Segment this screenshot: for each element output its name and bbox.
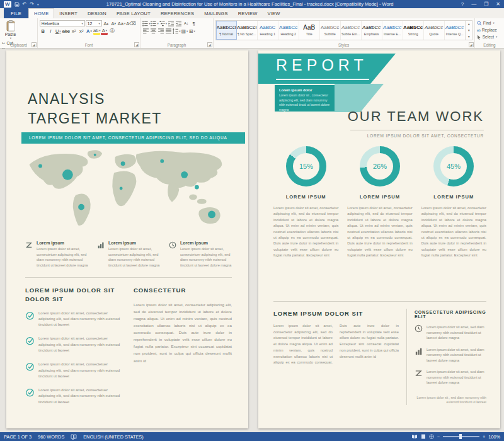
- style-intense-quote[interactable]: AaBbCcIntense Q...: [445, 21, 466, 40]
- decrease-indent-button[interactable]: [168, 20, 175, 27]
- styles-dialog-launcher[interactable]: ◢: [469, 42, 474, 47]
- align-center-button[interactable]: [150, 28, 157, 35]
- tab-page-layout[interactable]: PAGE LAYOUT: [112, 8, 156, 18]
- styles-scroll-down-button[interactable]: ▼: [466, 27, 472, 33]
- style-heading-1[interactable]: AaBbCHeading 1: [258, 21, 278, 40]
- analysis-title-line2: TARGET MARKET: [28, 109, 162, 129]
- text-highlight-button[interactable]: ab▾: [93, 28, 101, 35]
- consectetur-text: Lorem ipsum dolor sit amet, consectetur …: [134, 301, 232, 364]
- select-button[interactable]: Select▾: [477, 33, 502, 40]
- align-left-button[interactable]: [142, 28, 149, 35]
- help-button[interactable]: ?: [457, 1, 467, 7]
- borders-button[interactable]: ⊞▾: [188, 28, 195, 35]
- zoom-slider[interactable]: [443, 436, 479, 437]
- zoom-slider-knob[interactable]: [459, 434, 462, 439]
- minimize-button[interactable]: —: [467, 1, 480, 7]
- style-preview: AaBbCc: [341, 25, 360, 31]
- paste-button[interactable]: Paste ▾: [2, 20, 19, 40]
- read-mode-button[interactable]: [411, 434, 418, 439]
- strikethrough-button[interactable]: abc: [62, 28, 70, 35]
- save-button[interactable]: [14, 2, 20, 7]
- font-dialog-launcher[interactable]: ◢: [134, 42, 139, 47]
- qat-customize-button[interactable]: ▾: [37, 1, 39, 8]
- document-page-1[interactable]: ANALYSIS TARGET MARKET LOREM IPSUM DOLOR…: [6, 50, 248, 428]
- underline-button[interactable]: U▾: [55, 28, 62, 35]
- word-count[interactable]: 960 WORDS: [38, 434, 64, 440]
- proofing-check-icon[interactable]: [71, 434, 77, 440]
- check-circle-icon: [25, 362, 35, 371]
- show-formatting-button[interactable]: ¶: [190, 20, 197, 27]
- style-subtle-emphasis[interactable]: AaBbCcSubtle Em...: [341, 21, 362, 40]
- paragraph-group: ▾ ▾ ▾ A↓ ¶: [140, 18, 213, 48]
- style-strong[interactable]: AaBbCcStrong: [403, 21, 424, 40]
- clear-formatting-button[interactable]: A⌫: [126, 20, 136, 27]
- style-quote[interactable]: AaBbCcQuote: [424, 21, 445, 40]
- tab-design[interactable]: DESIGN: [83, 8, 112, 18]
- styles-scroll-up-button[interactable]: ▲: [466, 21, 472, 27]
- justify-button[interactable]: [165, 28, 172, 35]
- font-color-button[interactable]: A▾: [101, 28, 108, 35]
- styles-gallery-expand-button[interactable]: ▼: [466, 33, 472, 40]
- clipboard-dialog-launcher[interactable]: ◢: [32, 42, 37, 47]
- document-page-2[interactable]: REPORT Lorem ipsum dolor Lorem ipsum dol…: [258, 50, 500, 428]
- line-spacing-button[interactable]: ▾: [173, 28, 180, 35]
- print-layout-button[interactable]: [421, 434, 426, 439]
- multilevel-list-button[interactable]: ▾: [159, 20, 167, 27]
- tab-insert[interactable]: INSERT: [54, 8, 83, 18]
- style-emphasis[interactable]: AaBbCcEmphasis: [362, 21, 382, 40]
- tab-view[interactable]: VIEW: [262, 8, 285, 18]
- style-normal[interactable]: AaBbCcI¶ Normal: [216, 21, 237, 40]
- find-button[interactable]: Find▾: [477, 20, 502, 26]
- tab-mailings[interactable]: MAILINGS: [199, 8, 232, 18]
- web-layout-button[interactable]: [429, 434, 434, 439]
- page-indicator[interactable]: PAGE 1 OF 3: [4, 434, 32, 440]
- team-column: 26% LOREM IPSUM Lorem ipsum dolor sit am…: [347, 146, 412, 259]
- checklist-item: Lorem ipsum dolor sit amet, consectetuer…: [25, 336, 121, 353]
- align-right-button[interactable]: [158, 28, 164, 35]
- numbering-button[interactable]: ▾: [151, 20, 158, 27]
- style-title[interactable]: AaBTitle: [299, 21, 320, 40]
- zoom-in-button[interactable]: +: [483, 434, 485, 440]
- bullets-button[interactable]: ▾: [142, 20, 150, 27]
- style-heading-2[interactable]: AaBbCcHeading 2: [278, 21, 299, 40]
- grow-font-button[interactable]: A▴: [103, 20, 110, 27]
- stat-title: Lorem ipsum: [108, 241, 161, 245]
- italic-button[interactable]: I: [47, 28, 54, 35]
- redo-button[interactable]: ↷: [30, 1, 34, 8]
- language-indicator[interactable]: ENGLISH (UNITED STATES): [83, 434, 143, 440]
- increase-indent-button[interactable]: [175, 20, 182, 27]
- analysis-title: ANALYSIS TARGET MARKET: [28, 89, 162, 129]
- style-no-spacing[interactable]: AaBbCcI¶ No Spac...: [237, 21, 258, 40]
- paragraph-dialog-launcher[interactable]: ◢: [207, 42, 212, 47]
- text-effects-button[interactable]: A▾: [86, 28, 93, 35]
- report-title: REPORT: [276, 56, 368, 74]
- bold-button[interactable]: B: [40, 28, 47, 35]
- feature-text: Lorem ipsum dolor sit amet, sed diam non…: [427, 369, 486, 386]
- tab-home[interactable]: HOME: [28, 8, 54, 18]
- status-bar: PAGE 1 OF 3 960 WORDS ENGLISH (UNITED ST…: [0, 432, 504, 441]
- replace-button[interactable]: ab Replace: [477, 26, 502, 33]
- close-button[interactable]: ✕: [492, 1, 504, 7]
- superscript-button[interactable]: x2: [78, 28, 85, 35]
- change-case-button[interactable]: Aa▾: [118, 20, 125, 27]
- enclose-characters-button[interactable]: Ⓐ: [108, 28, 115, 35]
- style-name: Heading 2: [280, 32, 296, 36]
- font-size-select[interactable]: 12 ▾: [86, 20, 102, 26]
- tab-file[interactable]: FILE: [4, 8, 28, 18]
- shading-button[interactable]: ▨▾: [181, 28, 188, 35]
- maximize-button[interactable]: ❐: [480, 1, 492, 7]
- tab-references[interactable]: REFERENCES: [156, 8, 199, 18]
- style-preview: AaBbCcI: [216, 25, 236, 31]
- zoom-out-button[interactable]: −: [437, 434, 440, 440]
- zoom-percentage[interactable]: 100%: [488, 434, 500, 440]
- subscript-button[interactable]: x2: [71, 28, 77, 35]
- multilevel-list-icon: [159, 21, 165, 26]
- font-family-select[interactable]: Helvetica ▾: [40, 20, 85, 26]
- style-subtitle[interactable]: AaBbCcSubtitle: [320, 21, 341, 40]
- style-intense-emphasis[interactable]: AaBbCcIntense E...: [382, 21, 403, 40]
- tab-review[interactable]: REVIEW: [233, 8, 263, 18]
- sort-button[interactable]: A↓: [183, 20, 190, 27]
- shrink-font-button[interactable]: A▾: [110, 20, 117, 27]
- team-work-title: OUR TEAM WORK: [348, 108, 484, 125]
- undo-button[interactable]: ↶: [23, 1, 27, 8]
